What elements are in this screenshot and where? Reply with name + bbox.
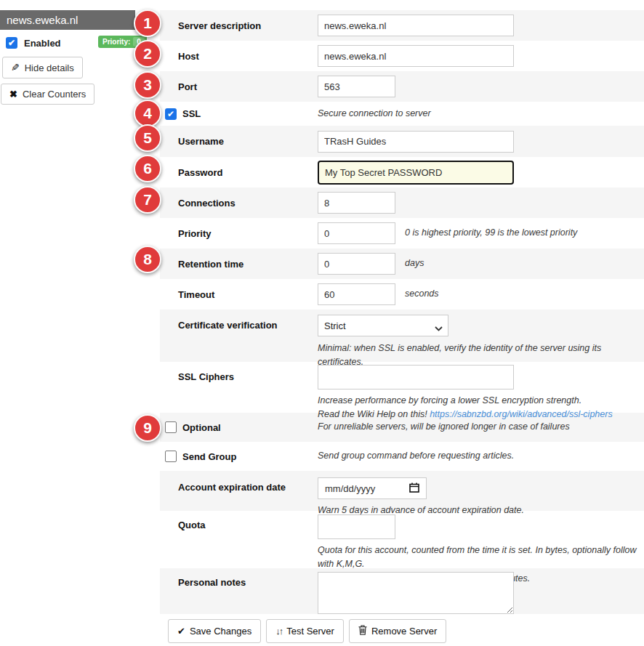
username-label: Username — [178, 136, 318, 147]
expiration-date-input[interactable]: mm/dd/yyyy — [318, 477, 427, 499]
row-retention: Retention time days — [160, 249, 644, 279]
ssl-checkbox[interactable]: ✔ — [165, 108, 177, 120]
row-quota: Quota Quota for this account, counted fr… — [160, 511, 644, 568]
enabled-checkbox[interactable]: ✔ — [6, 37, 17, 49]
send-group-checkbox[interactable] — [165, 451, 177, 462]
ssl-ciphers-help-1: Increase performance by forcing a lower … — [318, 394, 581, 408]
step-badge-5: 5 — [134, 124, 161, 152]
row-port: Port — [160, 71, 644, 102]
personal-notes-textarea[interactable] — [318, 572, 514, 614]
server-form: Server description Host Port ✔ SSL Secur… — [160, 10, 644, 643]
pencil-icon: ✎ — [11, 62, 20, 73]
calendar-icon[interactable] — [409, 483, 419, 495]
optional-label: Optional — [182, 422, 318, 433]
retention-label: Retention time — [178, 259, 318, 270]
up-down-arrows-icon: ↓↑ — [275, 626, 282, 637]
server-title-bar: news.eweka.nl — [0, 10, 135, 30]
step-badge-9: 9 — [134, 414, 161, 442]
step-badge-7: 7 — [134, 186, 161, 214]
save-changes-label: Save Changes — [190, 626, 251, 637]
step-badge-3: 3 — [134, 71, 161, 99]
row-ssl-ciphers: SSL Ciphers Increase performance by forc… — [160, 362, 644, 413]
server-description-label: Server description — [178, 20, 318, 31]
test-server-label: Test Server — [286, 626, 334, 637]
row-expiration: Account expiration date mm/dd/yyyy Warn … — [160, 471, 644, 511]
enabled-row: ✔ Enabled — [6, 37, 61, 49]
retention-input[interactable] — [318, 253, 395, 275]
step-badge-6: 6 — [134, 155, 161, 182]
hide-details-button[interactable]: ✎ Hide details — [2, 57, 83, 78]
priority-input[interactable] — [318, 222, 395, 244]
trash-icon — [358, 625, 367, 637]
personal-notes-label: Personal notes — [178, 572, 318, 588]
row-cert-verification: Certificate verification Strict Minimal:… — [160, 310, 644, 362]
host-label: Host — [178, 51, 318, 62]
connections-input[interactable] — [318, 192, 395, 214]
password-label: Password — [178, 167, 318, 178]
username-input[interactable] — [318, 131, 514, 153]
row-username: Username — [160, 126, 644, 157]
save-changes-button[interactable]: ✔ Save Changes — [168, 619, 261, 643]
priority-help: 0 is highest priority, 99 is the lowest … — [405, 226, 577, 240]
server-description-input[interactable] — [318, 15, 514, 36]
step-badge-8: 8 — [134, 246, 161, 273]
optional-help: For unreliable servers, will be ignored … — [318, 420, 570, 434]
cert-verification-label: Certificate verification — [178, 315, 318, 331]
priority-label: Priority — [178, 228, 318, 239]
row-timeout: Timeout seconds — [160, 279, 644, 310]
clear-counters-button[interactable]: ✖ Clear Counters — [1, 84, 94, 105]
quota-help-1: Quota for this account, counted from the… — [318, 544, 644, 572]
step-badge-4: 4 — [134, 100, 161, 127]
row-password: Password — [160, 157, 644, 187]
step-badge-1: 1 — [134, 9, 161, 37]
cert-verification-select[interactable]: Strict — [318, 315, 448, 336]
ssl-ciphers-label: SSL Ciphers — [178, 365, 318, 382]
step-badge-2: 2 — [134, 40, 161, 68]
enabled-label: Enabled — [24, 38, 61, 49]
ssl-help: Secure connection to server — [318, 107, 431, 121]
server-config-page: news.eweka.nl ✔ Enabled Priority: 0 ✎ Hi… — [0, 0, 644, 646]
hide-details-label: Hide details — [25, 62, 74, 73]
row-host: Host — [160, 41, 644, 71]
timeout-unit: seconds — [405, 287, 439, 301]
ssl-ciphers-wiki-link[interactable]: https://sabnzbd.org/wiki/advanced/ssl-ci… — [430, 409, 613, 419]
form-actions: ✔ Save Changes ↓↑ Test Server Remove Ser… — [160, 614, 644, 643]
row-server-description: Server description — [160, 10, 644, 41]
check-icon: ✔ — [177, 626, 185, 637]
timeout-label: Timeout — [178, 289, 318, 300]
send-group-help: Send group command before requesting art… — [318, 449, 514, 463]
port-input[interactable] — [318, 76, 395, 97]
row-connections: Connections — [160, 187, 644, 218]
row-personal-notes: Personal notes — [160, 568, 644, 614]
timeout-input[interactable] — [318, 283, 395, 305]
expiration-label: Account expiration date — [178, 477, 318, 493]
row-ssl: ✔ SSL Secure connection to server — [160, 102, 644, 126]
server-name: news.eweka.nl — [7, 14, 78, 26]
ssl-ciphers-input[interactable] — [318, 365, 514, 389]
quota-input[interactable] — [318, 514, 395, 539]
port-label: Port — [178, 81, 318, 92]
expiration-date-placeholder: mm/dd/yyyy — [325, 483, 375, 494]
connections-label: Connections — [178, 198, 318, 209]
remove-server-label: Remove Server — [371, 626, 437, 637]
remove-server-button[interactable]: Remove Server — [349, 619, 446, 643]
ssl-ciphers-help-text: Read the Wiki Help on this! — [318, 409, 427, 419]
optional-checkbox[interactable] — [165, 421, 177, 433]
row-send-group: Send Group Send group command before req… — [160, 442, 644, 471]
row-priority: Priority 0 is highest priority, 99 is th… — [160, 218, 644, 249]
priority-badge-label: Priority: — [102, 38, 130, 46]
ssl-label: SSL — [182, 108, 318, 119]
host-input[interactable] — [318, 45, 514, 67]
quota-label: Quota — [178, 514, 318, 530]
clear-counters-label: Clear Counters — [23, 89, 86, 100]
retention-unit: days — [405, 257, 424, 270]
x-icon: ✖ — [9, 89, 17, 100]
send-group-label: Send Group — [182, 451, 318, 462]
test-server-button[interactable]: ↓↑ Test Server — [266, 619, 344, 643]
password-input[interactable] — [318, 161, 514, 185]
